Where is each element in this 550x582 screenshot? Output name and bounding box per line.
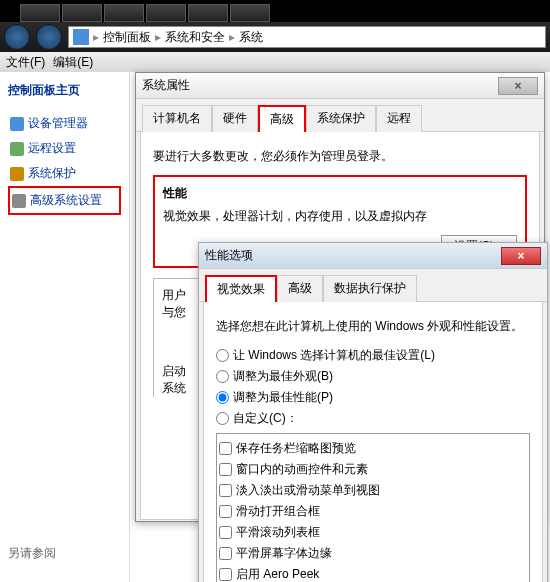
checkbox[interactable] bbox=[219, 463, 232, 476]
menu-file[interactable]: 文件(F) bbox=[6, 54, 45, 71]
control-panel-sidebar: 控制面板主页 设备管理器 远程设置 系统保护 高级系统设置 另请参阅 bbox=[0, 72, 130, 582]
shield-icon bbox=[10, 142, 24, 156]
taskbar-icon[interactable] bbox=[62, 4, 102, 22]
main-content: 控制面板主页 设备管理器 远程设置 系统保护 高级系统设置 另请参阅 系统属性 … bbox=[0, 72, 550, 582]
computer-icon bbox=[73, 29, 89, 45]
explorer-address-bar: ▸ 控制面板 ▸ 系统和安全 ▸ 系统 bbox=[0, 22, 550, 52]
option-label: 滑动打开组合框 bbox=[236, 503, 320, 520]
checkbox[interactable] bbox=[219, 568, 232, 581]
tab-dep[interactable]: 数据执行保护 bbox=[323, 275, 417, 302]
sidebar-item-device-manager[interactable]: 设备管理器 bbox=[8, 111, 121, 136]
shield-icon bbox=[12, 194, 26, 208]
tabs: 计算机名 硬件 高级 系统保护 远程 bbox=[136, 99, 544, 132]
option-row[interactable]: 窗口内的动画控件和元素 bbox=[219, 459, 527, 480]
taskbar-icon[interactable] bbox=[104, 4, 144, 22]
title-bar[interactable]: 系统属性 × bbox=[136, 73, 544, 99]
radio-label: 自定义(C)： bbox=[233, 410, 298, 427]
close-icon: × bbox=[517, 249, 524, 263]
window-title: 系统属性 bbox=[142, 77, 190, 94]
tab-system-protection[interactable]: 系统保护 bbox=[306, 105, 376, 132]
shield-icon bbox=[10, 117, 24, 131]
menu-bar: 文件(F) 编辑(E) bbox=[0, 52, 550, 72]
sidebar-title[interactable]: 控制面板主页 bbox=[8, 82, 121, 99]
breadcrumb-item[interactable]: 系统和安全 bbox=[161, 29, 229, 46]
radio-custom[interactable]: 自定义(C)： bbox=[216, 408, 530, 429]
checkbox[interactable] bbox=[219, 547, 232, 560]
radio-label: 调整为最佳性能(P) bbox=[233, 389, 333, 406]
option-label: 平滑滚动列表框 bbox=[236, 524, 320, 541]
group-desc: 视觉效果，处理器计划，内存使用，以及虚拟内存 bbox=[163, 208, 517, 225]
radio-label: 调整为最佳外观(B) bbox=[233, 368, 333, 385]
sidebar-item-label: 高级系统设置 bbox=[30, 192, 102, 209]
window-title: 性能选项 bbox=[205, 247, 253, 264]
taskbar-icon[interactable] bbox=[188, 4, 228, 22]
breadcrumb-item[interactable]: 控制面板 bbox=[99, 29, 155, 46]
close-button[interactable]: × bbox=[498, 77, 538, 95]
radio-input[interactable] bbox=[216, 370, 229, 383]
tab-hardware[interactable]: 硬件 bbox=[212, 105, 258, 132]
tab-visual-effects[interactable]: 视觉效果 bbox=[205, 275, 277, 302]
tabs: 视觉效果 高级 数据执行保护 bbox=[199, 269, 547, 302]
checkbox[interactable] bbox=[219, 505, 232, 518]
back-button[interactable] bbox=[4, 24, 30, 50]
option-label: 窗口内的动画控件和元素 bbox=[236, 461, 368, 478]
admin-hint: 要进行大多数更改，您必须作为管理员登录。 bbox=[153, 148, 527, 165]
close-button[interactable]: × bbox=[501, 247, 541, 265]
option-row[interactable]: 滑动打开组合框 bbox=[219, 501, 527, 522]
performance-options-dialog: 性能选项 × 视觉效果 高级 数据执行保护 选择您想在此计算机上使用的 Wind… bbox=[198, 242, 548, 582]
option-row[interactable]: 平滑屏幕字体边缘 bbox=[219, 543, 527, 564]
title-bar[interactable]: 性能选项 × bbox=[199, 243, 547, 269]
radio-input[interactable] bbox=[216, 349, 229, 362]
sidebar-item-system-protection[interactable]: 系统保护 bbox=[8, 161, 121, 186]
forward-button[interactable] bbox=[36, 24, 62, 50]
tab-advanced[interactable]: 高级 bbox=[258, 105, 306, 132]
option-label: 启用 Aero Peek bbox=[236, 566, 319, 582]
radio-best-appearance[interactable]: 调整为最佳外观(B) bbox=[216, 366, 530, 387]
group-title: 性能 bbox=[163, 185, 517, 202]
tab-panel: 选择您想在此计算机上使用的 Windows 外观和性能设置。 让 Windows… bbox=[203, 302, 543, 582]
shield-icon bbox=[10, 167, 24, 181]
visual-effects-list[interactable]: 保存任务栏缩略图预览 窗口内的动画控件和元素 淡入淡出或滑动菜单到视图 滑动打开… bbox=[216, 433, 530, 582]
breadcrumb-item[interactable]: 系统 bbox=[235, 29, 267, 46]
checkbox[interactable] bbox=[219, 442, 232, 455]
tab-computer-name[interactable]: 计算机名 bbox=[142, 105, 212, 132]
option-row[interactable]: 淡入淡出或滑动菜单到视图 bbox=[219, 480, 527, 501]
visual-effects-hint: 选择您想在此计算机上使用的 Windows 外观和性能设置。 bbox=[216, 318, 530, 335]
sidebar-item-remote-settings[interactable]: 远程设置 bbox=[8, 136, 121, 161]
sidebar-item-label: 系统保护 bbox=[28, 165, 76, 182]
menu-edit[interactable]: 编辑(E) bbox=[53, 54, 93, 71]
sidebar-item-label: 设备管理器 bbox=[28, 115, 88, 132]
sidebar-title-label: 控制面板主页 bbox=[8, 82, 80, 99]
taskbar-icon[interactable] bbox=[20, 4, 60, 22]
tab-remote[interactable]: 远程 bbox=[376, 105, 422, 132]
see-also-label: 另请参阅 bbox=[8, 545, 56, 562]
radio-label: 让 Windows 选择计算机的最佳设置(L) bbox=[233, 347, 435, 364]
sidebar-item-advanced-settings[interactable]: 高级系统设置 bbox=[8, 186, 121, 215]
option-row[interactable]: 保存任务栏缩略图预览 bbox=[219, 438, 527, 459]
checkbox[interactable] bbox=[219, 484, 232, 497]
radio-let-windows-choose[interactable]: 让 Windows 选择计算机的最佳设置(L) bbox=[216, 345, 530, 366]
radio-best-performance[interactable]: 调整为最佳性能(P) bbox=[216, 387, 530, 408]
taskbar-icon[interactable] bbox=[230, 4, 270, 22]
sidebar-item-label: 远程设置 bbox=[28, 140, 76, 157]
tab-advanced[interactable]: 高级 bbox=[277, 275, 323, 302]
option-row[interactable]: 启用 Aero Peek bbox=[219, 564, 527, 582]
taskbar-icon[interactable] bbox=[146, 4, 186, 22]
option-row[interactable]: 平滑滚动列表框 bbox=[219, 522, 527, 543]
option-label: 平滑屏幕字体边缘 bbox=[236, 545, 332, 562]
desktop-taskbar bbox=[0, 0, 550, 22]
radio-input[interactable] bbox=[216, 412, 229, 425]
close-icon: × bbox=[514, 79, 521, 93]
location-field[interactable]: ▸ 控制面板 ▸ 系统和安全 ▸ 系统 bbox=[68, 26, 546, 48]
radio-input[interactable] bbox=[216, 391, 229, 404]
checkbox[interactable] bbox=[219, 526, 232, 539]
option-label: 淡入淡出或滑动菜单到视图 bbox=[236, 482, 380, 499]
option-label: 保存任务栏缩略图预览 bbox=[236, 440, 356, 457]
